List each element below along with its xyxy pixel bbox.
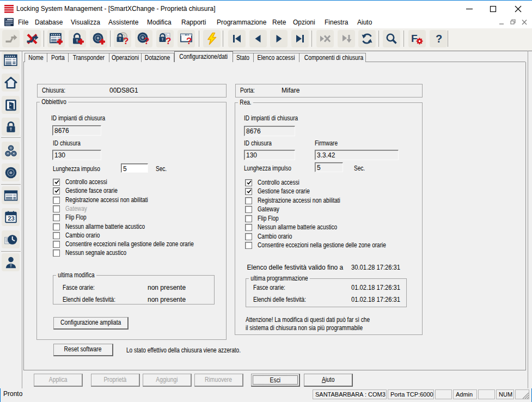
svg-text:?: ? bbox=[123, 36, 129, 45]
svg-text:?: ? bbox=[186, 36, 192, 45]
svg-text:?: ? bbox=[166, 36, 171, 45]
svg-text:F: F bbox=[411, 33, 418, 44]
svg-text:?: ? bbox=[436, 33, 442, 45]
svg-text:?: ? bbox=[144, 36, 149, 45]
svg-text:23: 23 bbox=[8, 215, 15, 222]
